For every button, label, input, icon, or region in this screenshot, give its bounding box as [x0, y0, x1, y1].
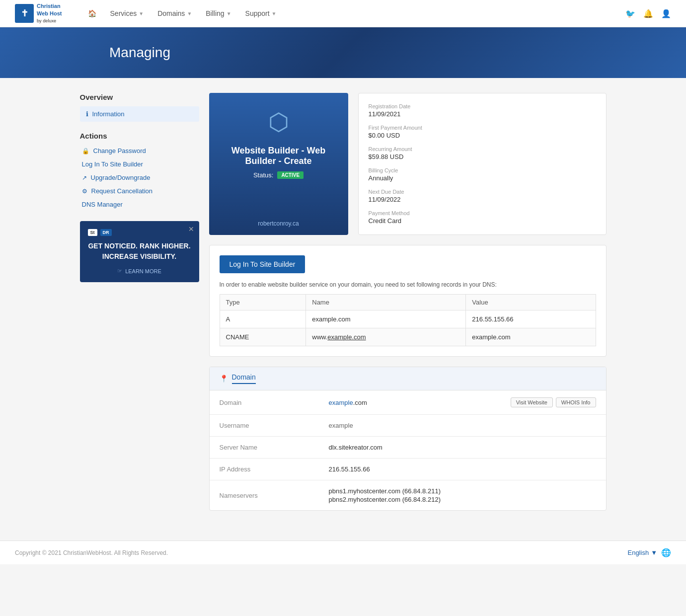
service-domain: robertconroy.ca — [258, 220, 299, 227]
hand-icon: ☞ — [117, 268, 122, 274]
services-label: Services — [110, 9, 137, 17]
dns-cell-type: A — [220, 310, 306, 328]
domains-arrow: ▼ — [187, 11, 192, 16]
action-dns-manager[interactable]: DNS Manager — [80, 198, 199, 211]
service-info: Registration Date 11/09/2021 First Payme… — [358, 93, 607, 235]
next-due-label: Next Due Date — [369, 189, 596, 195]
dropdown-arrow: ▼ — [651, 549, 657, 556]
close-icon[interactable]: ✕ — [188, 225, 194, 233]
bell-icon[interactable]: 🔔 — [643, 9, 653, 18]
nav-home[interactable]: 🏠 — [82, 5, 102, 21]
domain-tab[interactable]: Domain — [232, 373, 256, 384]
right-content: ⬡ Website Builder - Web Builder - Create… — [209, 93, 607, 511]
domain-panel-header: 📍 Domain — [210, 367, 606, 390]
domain-row-value: pbns1.myhostcenter.com (66.84.8.211)pbns… — [329, 487, 596, 503]
recurring-row: Recurring Amount $59.88 USD — [369, 146, 596, 160]
ad-logo-dr: DR — [100, 229, 112, 236]
learn-more-label: LEARN MORE — [125, 268, 161, 274]
nav-support[interactable]: Support ▼ — [239, 5, 283, 21]
domain-row: Usernameexample — [210, 415, 606, 437]
dns-table-row: CNAMEwww.example.comexample.com — [220, 328, 596, 346]
nav-billing[interactable]: Billing ▼ — [200, 5, 237, 21]
dns-notice: In order to enable website builder servi… — [220, 281, 596, 288]
upgrade-icon: ↗ — [82, 174, 87, 181]
action-label: DNS Manager — [82, 201, 123, 208]
logo-text: Christian Web Host by deluxe — [37, 2, 62, 24]
reg-date-value: 11/09/2021 — [369, 110, 596, 118]
domain-row-value: example — [329, 422, 596, 429]
nav-right: 🐦 🔔 👤 — [625, 9, 671, 18]
language-label: English — [627, 549, 649, 556]
domain-row-actions: Visit WebsiteWHOIS Info — [511, 397, 596, 407]
domain-row-label: Domain — [220, 399, 329, 406]
nav-domains[interactable]: Domains ▼ — [152, 5, 198, 21]
button-whois-info[interactable]: WHOIS Info — [556, 397, 596, 407]
pin-icon: 📍 — [220, 375, 228, 383]
action-label: Log In To Site Builder — [82, 160, 143, 168]
domain-row-value: dlx.sitekreator.com — [329, 444, 596, 451]
copyright-text: Copyright © 2021 ChristianWebHost. All R… — [15, 549, 168, 556]
dns-table: Type Name Value Aexample.com216.55.155.6… — [220, 294, 596, 346]
domain-row: IP Address216.55.155.66 — [210, 459, 606, 480]
domain-row: Server Namedlx.sitekreator.com — [210, 437, 606, 459]
domain-row-value: 216.55.155.66 — [329, 465, 596, 473]
flag-icon: 🌐 — [661, 548, 671, 557]
home-icon: 🏠 — [88, 9, 96, 17]
info-icon: ℹ — [86, 110, 88, 118]
dns-cell-name: example.com — [306, 310, 466, 328]
ad-logos: St DR — [88, 229, 191, 236]
domain-row: Domainexample.comVisit WebsiteWHOIS Info — [210, 390, 606, 415]
payment-method-value: Credit Card — [369, 217, 596, 225]
dns-col-value: Value — [466, 295, 596, 310]
logo-icon: ✝ — [15, 4, 34, 23]
first-payment-row: First Payment Amount $0.00 USD — [369, 125, 596, 139]
domains-label: Domains — [157, 9, 185, 17]
logo[interactable]: ✝ Christian Web Host by deluxe — [15, 2, 62, 24]
recurring-value: $59.88 USD — [369, 153, 596, 160]
navbar: ✝ Christian Web Host by deluxe 🏠 Service… — [0, 0, 686, 27]
billing-label: Billing — [206, 9, 224, 17]
overview-title: Overview — [80, 93, 199, 101]
domain-row-label: IP Address — [220, 465, 329, 473]
domain-row-value: example.com — [329, 399, 511, 406]
action-label: Change Password — [93, 147, 146, 154]
sidebar-actions: Actions 🔒 Change Password Log In To Site… — [80, 132, 199, 211]
button-visit-website[interactable]: Visit Website — [511, 397, 553, 407]
status-label: Status: — [253, 171, 273, 179]
action-change-password[interactable]: 🔒 Change Password — [80, 144, 199, 157]
dns-cell-value: 216.55.155.66 — [466, 310, 596, 328]
billing-cycle-value: Annually — [369, 174, 596, 182]
sidebar-item-information[interactable]: ℹ Information — [80, 106, 199, 122]
action-login-site-builder[interactable]: Log In To Site Builder — [80, 157, 199, 171]
payment-method-label: Payment Method — [369, 210, 596, 216]
language-selector[interactable]: English ▼ — [627, 549, 657, 556]
next-due-value: 11/09/2022 — [369, 196, 596, 203]
cube-icon: ⬡ — [268, 108, 289, 136]
action-request-cancellation[interactable]: ⚙ Request Cancellation — [80, 184, 199, 198]
lock-icon: 🔒 — [82, 148, 89, 154]
twitter-icon[interactable]: 🐦 — [625, 9, 635, 18]
cancel-icon: ⚙ — [82, 188, 87, 195]
user-icon[interactable]: 👤 — [661, 9, 671, 18]
advertisement-box: ✕ St DR GET NOTICED. RANK HIGHER. INCREA… — [80, 221, 199, 282]
payment-method-row: Payment Method Credit Card — [369, 210, 596, 225]
login-site-builder-button[interactable]: Log In To Site Builder — [220, 255, 305, 273]
ad-learn-more-link[interactable]: ☞ LEARN MORE — [88, 268, 191, 274]
nav-links: 🏠 Services ▼ Domains ▼ Billing ▼ Support… — [82, 5, 625, 21]
domain-row: Nameserverspbns1.myhostcenter.com (66.84… — [210, 480, 606, 510]
action-upgrade-downgrade[interactable]: ↗ Upgrade/Downgrade — [80, 171, 199, 184]
status-badge: ACTIVE — [277, 171, 304, 179]
action-label: Request Cancellation — [91, 187, 153, 195]
sidebar: Overview ℹ Information Actions 🔒 Change … — [80, 93, 199, 282]
domain-row-label: Nameservers — [220, 492, 329, 499]
billing-arrow: ▼ — [227, 11, 231, 16]
domain-panel: 📍 Domain Domainexample.comVisit WebsiteW… — [209, 367, 607, 511]
sidebar-item-label: Information — [92, 110, 125, 118]
billing-cycle-row: Billing Cycle Annually — [369, 167, 596, 182]
nav-services[interactable]: Services ▼ — [104, 5, 150, 21]
page-title: Managing — [109, 45, 577, 61]
action-label: Upgrade/Downgrade — [91, 174, 151, 181]
services-arrow: ▼ — [139, 11, 144, 16]
main-content: Overview ℹ Information Actions 🔒 Change … — [70, 78, 616, 526]
dns-cell-name: www.example.com — [306, 328, 466, 346]
